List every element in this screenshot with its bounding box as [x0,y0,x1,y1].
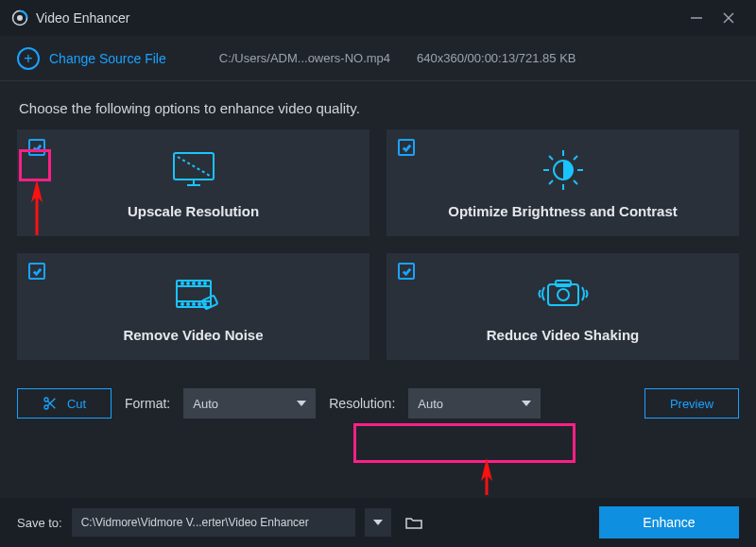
instruction-text: Choose the following options to enhance … [0,81,756,129]
svg-point-25 [204,282,206,284]
svg-point-24 [198,282,200,284]
close-button[interactable] [713,2,745,34]
scissors-icon [43,396,58,411]
sun-contrast-icon [540,146,587,194]
card-brightness-contrast[interactable]: Optimize Brightness and Contrast [387,129,739,236]
resolution-label: Resolution: [329,396,395,411]
source-file-path: C:/Users/ADM...owers-NO.mp4 [219,51,390,65]
camera-shake-icon [535,270,592,317]
enhance-label: Enhance [643,515,695,530]
svg-point-22 [187,282,189,284]
card-brightness-label: Optimize Brightness and Contrast [448,203,678,219]
svg-point-1 [17,15,23,21]
control-bar: Cut Format: Auto Resolution: Auto Previe… [0,360,756,419]
card-upscale-resolution[interactable]: Upscale Resolution [17,129,369,236]
svg-point-23 [193,282,195,284]
bottom-bar: Save to: C:\Vidmore\Vidmore V...erter\Vi… [0,498,756,547]
card-upscale-label: Upscale Resolution [128,203,259,219]
svg-point-34 [558,289,569,300]
cut-label: Cut [67,397,86,411]
card-remove-noise[interactable]: Remove Video Noise [17,253,369,360]
chevron-down-icon [373,520,383,525]
svg-point-35 [44,398,48,402]
change-source-label: Change Source File [49,51,166,66]
resolution-select[interactable]: Auto [408,388,541,419]
enhance-button[interactable]: Enhance [599,506,739,538]
chevron-down-icon [522,401,531,406]
minimize-button[interactable] [680,2,713,34]
format-label: Format: [125,396,170,411]
card-denoise-label: Remove Video Noise [123,327,263,343]
svg-line-16 [549,180,553,184]
saveto-path-field[interactable]: C:\Vidmore\Vidmore V...erter\Video Enhan… [72,508,355,537]
titlebar-title: Video Enhancer [36,10,680,26]
preview-label: Preview [670,397,713,411]
folder-icon [405,516,422,529]
open-folder-button[interactable] [401,508,427,537]
checkbox-upscale[interactable] [28,139,45,156]
svg-rect-32 [548,284,578,305]
saveto-label: Save to: [17,516,62,530]
format-value: Auto [193,397,218,411]
checkbox-denoise[interactable] [28,263,45,280]
source-toolbar: + Change Source File C:/Users/ADM...ower… [0,36,756,81]
svg-point-27 [187,303,189,305]
svg-line-6 [178,157,210,176]
svg-point-21 [181,282,183,284]
film-erase-icon [167,270,220,317]
card-deshake-label: Reduce Video Shaking [487,327,639,343]
svg-point-36 [44,405,48,409]
svg-point-28 [193,303,195,305]
change-source-button[interactable]: + Change Source File [17,47,166,70]
enhance-options-grid: Upscale Resolution Optimize Brightness a… [0,129,756,360]
chevron-down-icon [297,401,306,406]
svg-point-26 [181,303,183,305]
saveto-path-value: C:\Vidmore\Vidmore V...erter\Video Enhan… [81,516,309,529]
svg-line-15 [574,180,577,184]
resolution-value: Auto [418,397,443,411]
monitor-icon [168,146,219,194]
plus-icon: + [17,47,40,70]
svg-point-29 [198,303,200,305]
titlebar: Video Enhancer [0,0,756,36]
app-logo-icon [11,9,28,26]
annotation-highlight-resolution [353,423,576,463]
svg-line-17 [574,156,577,160]
format-select[interactable]: Auto [183,388,316,419]
svg-line-14 [549,156,553,160]
checkbox-deshake[interactable] [398,263,415,280]
checkbox-brightness[interactable] [398,139,415,156]
preview-button[interactable]: Preview [644,388,739,419]
card-reduce-shaking[interactable]: Reduce Video Shaking [387,253,739,360]
cut-button[interactable]: Cut [17,388,112,419]
source-file-meta: 640x360/00:00:13/721.85 KB [417,51,576,65]
saveto-dropdown-button[interactable] [365,508,391,537]
